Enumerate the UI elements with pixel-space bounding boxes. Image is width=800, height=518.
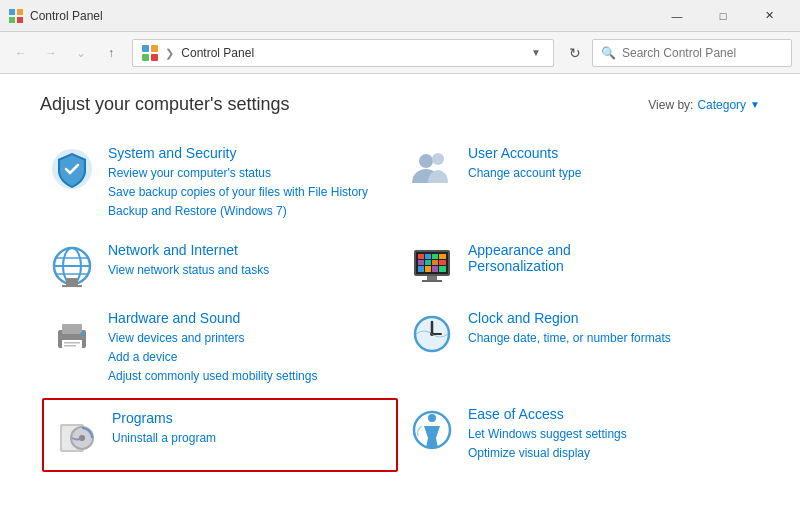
svg-point-9 bbox=[419, 154, 433, 168]
category-system-security[interactable]: System and Security Review your computer… bbox=[40, 135, 400, 232]
hardware-sound-title[interactable]: Hardware and Sound bbox=[108, 310, 392, 326]
main-content: Adjust your computer's settings View by:… bbox=[0, 74, 800, 518]
forward-icon: → bbox=[45, 46, 57, 60]
svg-rect-32 bbox=[427, 276, 437, 280]
svg-rect-38 bbox=[64, 345, 76, 347]
svg-rect-23 bbox=[439, 254, 446, 259]
clock-region-text: Clock and Region Change date, time, or n… bbox=[468, 310, 752, 348]
svg-rect-26 bbox=[432, 260, 438, 265]
hardware-sound-icon bbox=[48, 310, 96, 358]
category-ease-of-access[interactable]: Ease of Access Let Windows suggest setti… bbox=[400, 396, 760, 473]
refresh-button[interactable]: ↻ bbox=[562, 40, 588, 66]
app-icon bbox=[8, 8, 24, 24]
system-security-link-2[interactable]: Save backup copies of your files with Fi… bbox=[108, 183, 392, 202]
address-path: ❯ Control Panel bbox=[165, 46, 531, 60]
address-bar-icon bbox=[141, 44, 159, 62]
ease-of-access-title[interactable]: Ease of Access bbox=[468, 406, 752, 422]
svg-rect-35 bbox=[62, 324, 82, 334]
svg-rect-21 bbox=[425, 254, 431, 259]
svg-rect-0 bbox=[9, 9, 15, 15]
user-accounts-link-1[interactable]: Change account type bbox=[468, 164, 752, 183]
svg-rect-4 bbox=[142, 45, 149, 52]
category-programs[interactable]: Programs Uninstall a program bbox=[42, 398, 398, 471]
dropdown-icon: ⌄ bbox=[76, 46, 86, 60]
svg-rect-2 bbox=[9, 17, 15, 23]
svg-point-51 bbox=[428, 414, 436, 422]
search-input[interactable] bbox=[622, 46, 783, 60]
back-icon: ← bbox=[15, 46, 27, 60]
close-button[interactable]: ✕ bbox=[746, 0, 792, 32]
recent-locations-button[interactable]: ⌄ bbox=[68, 40, 94, 66]
appearance-text: Appearance andPersonalization bbox=[468, 242, 752, 277]
search-icon: 🔍 bbox=[601, 46, 616, 60]
network-internet-title[interactable]: Network and Internet bbox=[108, 242, 392, 258]
svg-rect-37 bbox=[64, 342, 80, 344]
svg-rect-17 bbox=[62, 285, 82, 287]
system-security-icon bbox=[48, 145, 96, 193]
svg-rect-28 bbox=[418, 266, 424, 272]
up-icon: ↑ bbox=[108, 46, 114, 60]
hardware-sound-link-2[interactable]: Add a device bbox=[108, 348, 392, 367]
chevron-down-icon[interactable]: ▼ bbox=[750, 99, 760, 110]
categories-grid: System and Security Review your computer… bbox=[40, 135, 760, 474]
programs-title[interactable]: Programs bbox=[112, 410, 388, 426]
svg-rect-20 bbox=[418, 254, 424, 259]
system-security-title[interactable]: System and Security bbox=[108, 145, 392, 161]
address-dropdown-icon[interactable]: ▼ bbox=[531, 47, 541, 58]
ease-of-access-link-1[interactable]: Let Windows suggest settings bbox=[468, 425, 752, 444]
ease-of-access-link-2[interactable]: Optimize visual display bbox=[468, 444, 752, 463]
programs-text: Programs Uninstall a program bbox=[112, 410, 388, 448]
svg-point-10 bbox=[432, 153, 444, 165]
clock-region-title[interactable]: Clock and Region bbox=[468, 310, 752, 326]
forward-button[interactable]: → bbox=[38, 40, 64, 66]
title-bar: Control Panel — □ ✕ bbox=[0, 0, 800, 32]
svg-rect-5 bbox=[151, 45, 158, 52]
svg-rect-1 bbox=[17, 9, 23, 15]
system-security-link-3[interactable]: Backup and Restore (Windows 7) bbox=[108, 202, 392, 221]
svg-rect-29 bbox=[425, 266, 431, 272]
svg-rect-25 bbox=[425, 260, 431, 265]
network-internet-text: Network and Internet View network status… bbox=[108, 242, 392, 280]
svg-rect-6 bbox=[142, 54, 149, 61]
programs-link-1[interactable]: Uninstall a program bbox=[112, 429, 388, 448]
window-controls: — □ ✕ bbox=[654, 0, 792, 32]
address-path-text: Control Panel bbox=[181, 46, 254, 60]
svg-rect-16 bbox=[66, 278, 78, 286]
system-security-text: System and Security Review your computer… bbox=[108, 145, 392, 222]
up-button[interactable]: ↑ bbox=[98, 40, 124, 66]
category-appearance[interactable]: Appearance andPersonalization bbox=[400, 232, 760, 300]
clock-region-link-1[interactable]: Change date, time, or number formats bbox=[468, 329, 752, 348]
clock-region-icon bbox=[408, 310, 456, 358]
category-user-accounts[interactable]: User Accounts Change account type bbox=[400, 135, 760, 232]
refresh-icon: ↻ bbox=[569, 45, 581, 61]
network-internet-icon bbox=[48, 242, 96, 290]
programs-icon bbox=[52, 410, 100, 458]
user-accounts-icon bbox=[408, 145, 456, 193]
svg-rect-3 bbox=[17, 17, 23, 23]
svg-rect-31 bbox=[439, 266, 446, 272]
svg-rect-7 bbox=[151, 54, 158, 61]
svg-rect-30 bbox=[432, 266, 438, 272]
svg-rect-33 bbox=[422, 280, 442, 282]
user-accounts-title[interactable]: User Accounts bbox=[468, 145, 752, 161]
minimize-button[interactable]: — bbox=[654, 0, 700, 32]
network-internet-link-1[interactable]: View network status and tasks bbox=[108, 261, 392, 280]
system-security-link-1[interactable]: Review your computer's status bbox=[108, 164, 392, 183]
appearance-title[interactable]: Appearance andPersonalization bbox=[468, 242, 752, 274]
window-title: Control Panel bbox=[30, 9, 654, 23]
view-by-value[interactable]: Category bbox=[697, 98, 746, 112]
address-bar[interactable]: ❯ Control Panel ▼ bbox=[132, 39, 554, 67]
nav-bar: ← → ⌄ ↑ ❯ Control Panel ▼ ↻ 🔍 bbox=[0, 32, 800, 74]
view-by: View by: Category ▼ bbox=[648, 98, 760, 112]
category-network-internet[interactable]: Network and Internet View network status… bbox=[40, 232, 400, 300]
category-hardware-sound[interactable]: Hardware and Sound View devices and prin… bbox=[40, 300, 400, 397]
maximize-button[interactable]: □ bbox=[700, 0, 746, 32]
category-clock-region[interactable]: Clock and Region Change date, time, or n… bbox=[400, 300, 760, 397]
svg-point-39 bbox=[80, 332, 84, 336]
user-accounts-text: User Accounts Change account type bbox=[468, 145, 752, 183]
back-button[interactable]: ← bbox=[8, 40, 34, 66]
hardware-sound-link-3[interactable]: Adjust commonly used mobility settings bbox=[108, 367, 392, 386]
svg-rect-22 bbox=[432, 254, 438, 259]
hardware-sound-link-1[interactable]: View devices and printers bbox=[108, 329, 392, 348]
search-box[interactable]: 🔍 bbox=[592, 39, 792, 67]
